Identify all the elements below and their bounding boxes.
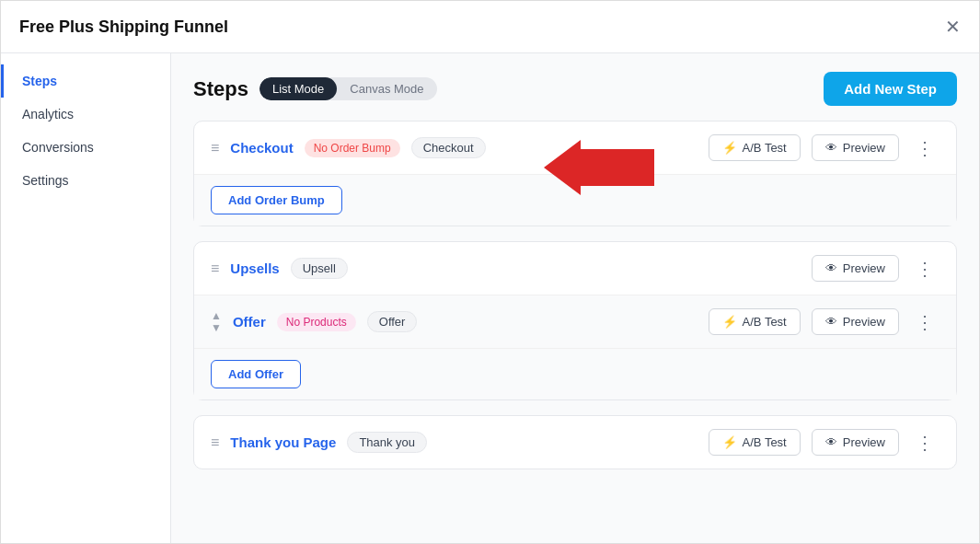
- checkout-type-badge: Checkout: [411, 137, 486, 158]
- upsells-row: ≡ Upsells Upsell 👁 Preview ⋮: [194, 242, 956, 295]
- checkout-sub-row: Add Order Bump: [194, 174, 956, 226]
- close-icon[interactable]: ✕: [945, 16, 961, 38]
- no-order-bump-badge: No Order Bump: [305, 139, 400, 157]
- page-title: Steps: [193, 77, 248, 101]
- upsells-preview-icon: 👁: [825, 261, 837, 275]
- offer-preview-icon: 👁: [825, 315, 837, 329]
- upsell-type-badge: Upsell: [291, 258, 348, 279]
- offer-ab-test-button[interactable]: ⚡ A/B Test: [709, 308, 801, 335]
- content-area: Steps List Mode Canvas Mode Add New Step…: [171, 53, 979, 544]
- sidebar-item-analytics[interactable]: Analytics: [1, 98, 170, 131]
- canvas-mode-button[interactable]: Canvas Mode: [337, 77, 436, 100]
- offer-type-badge: Offer: [367, 311, 418, 332]
- content-header: Steps List Mode Canvas Mode Add New Step: [193, 72, 957, 106]
- sidebar-item-steps[interactable]: Steps: [1, 64, 170, 98]
- thank-you-ab-test-button[interactable]: ⚡ A/B Test: [709, 429, 801, 456]
- add-new-step-button[interactable]: Add New Step: [824, 72, 957, 106]
- thank-you-type-badge: Thank you: [347, 432, 427, 453]
- mode-toggle: List Mode Canvas Mode: [259, 77, 437, 100]
- thank-you-card: ≡ Thank you Page Thank you ⚡ A/B Test 👁 …: [193, 415, 957, 469]
- offer-more-button[interactable]: ⋮: [910, 309, 940, 335]
- window-title: Free Plus Shipping Funnel: [19, 17, 228, 37]
- checkout-preview-button[interactable]: 👁 Preview: [812, 134, 899, 161]
- upsells-more-button[interactable]: ⋮: [910, 256, 940, 282]
- thank-you-row: ≡ Thank you Page Thank you ⚡ A/B Test 👁 …: [194, 416, 956, 469]
- upsells-step-name[interactable]: Upsells: [230, 260, 279, 276]
- thank-you-step-name[interactable]: Thank you Page: [230, 434, 336, 450]
- thank-you-drag-icon: ≡: [211, 434, 219, 451]
- add-offer-button[interactable]: Add Offer: [211, 360, 301, 388]
- upsells-preview-button[interactable]: 👁 Preview: [812, 255, 899, 282]
- add-order-bump-button[interactable]: Add Order Bump: [211, 186, 342, 214]
- checkout-ab-test-button[interactable]: ⚡ A/B Test: [709, 134, 801, 161]
- checkout-row: ≡ Checkout No Order Bump Checkout ⚡ A/B …: [194, 122, 956, 174]
- ab-test-icon: ⚡: [722, 141, 737, 155]
- title-bar: Free Plus Shipping Funnel ✕: [1, 1, 979, 53]
- offer-ab-icon: ⚡: [722, 315, 737, 329]
- thank-you-ab-icon: ⚡: [722, 435, 737, 449]
- up-down-sort-icon: ▲ ▼: [211, 310, 222, 333]
- sidebar: Steps Analytics Conversions Settings: [1, 53, 171, 544]
- checkout-more-button[interactable]: ⋮: [910, 135, 940, 161]
- thank-you-more-button[interactable]: ⋮: [910, 430, 940, 456]
- checkout-card: ≡ Checkout No Order Bump Checkout ⚡ A/B …: [193, 121, 957, 226]
- sidebar-item-settings[interactable]: Settings: [1, 164, 170, 197]
- content-header-left: Steps List Mode Canvas Mode: [193, 77, 437, 101]
- checkout-step-name[interactable]: Checkout: [230, 140, 293, 156]
- offer-preview-button[interactable]: 👁 Preview: [812, 308, 899, 335]
- no-products-badge: No Products: [277, 313, 356, 331]
- thank-you-preview-icon: 👁: [825, 435, 837, 449]
- list-mode-button[interactable]: List Mode: [259, 77, 337, 100]
- thank-you-preview-button[interactable]: 👁 Preview: [812, 429, 899, 456]
- preview-icon: 👁: [825, 141, 837, 155]
- upsells-drag-icon: ≡: [211, 260, 219, 277]
- upsells-card: ≡ Upsells Upsell 👁 Preview ⋮ ▲ ▼ Offer N…: [193, 241, 957, 400]
- drag-icon: ≡: [211, 140, 219, 156]
- upsells-sub-row: Add Offer: [194, 348, 956, 399]
- sidebar-item-conversions[interactable]: Conversions: [1, 131, 170, 164]
- offer-row: ▲ ▼ Offer No Products Offer ⚡ A/B Test 👁…: [194, 295, 956, 348]
- main-layout: Steps Analytics Conversions Settings Ste…: [1, 53, 979, 544]
- offer-step-name[interactable]: Offer: [233, 314, 266, 330]
